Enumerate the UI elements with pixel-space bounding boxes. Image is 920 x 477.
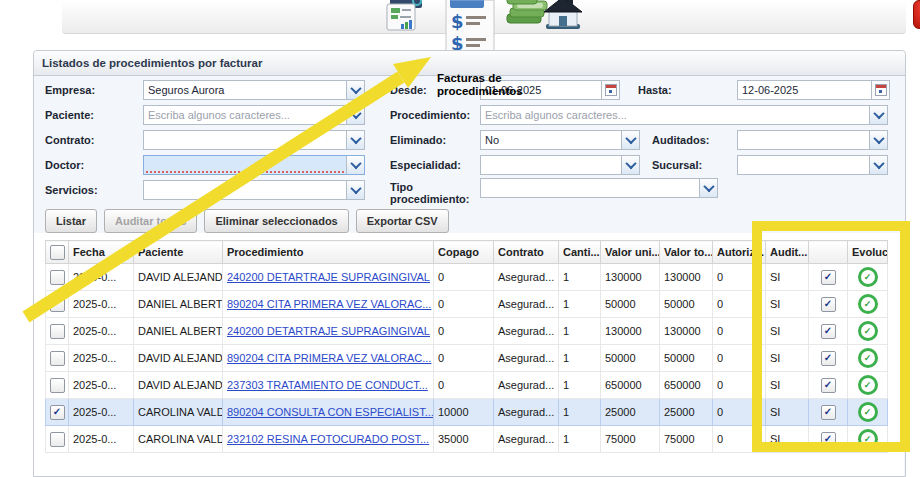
- select-all-header[interactable]: [46, 241, 69, 264]
- col-header-fecha[interactable]: Fecha: [69, 241, 134, 264]
- especialidad-value[interactable]: [481, 159, 621, 171]
- col-header-canti-[interactable]: Canti...: [559, 241, 601, 264]
- paciente-input[interactable]: [144, 109, 346, 121]
- col-header-blank[interactable]: [809, 241, 848, 264]
- procedimiento-link[interactable]: 237303 TRATAMIENTO DE CONDUCT...: [227, 379, 428, 391]
- hasta-calendar-button[interactable]: [871, 81, 889, 99]
- home-icon[interactable]: [540, 0, 586, 32]
- audit-checkbox[interactable]: ✓: [821, 405, 836, 420]
- col-header-autoriz-[interactable]: Autoriz...: [713, 241, 766, 264]
- audit-checkbox[interactable]: ✓: [821, 270, 836, 285]
- evolucion-cell: ✓: [848, 426, 888, 453]
- table-row[interactable]: 2025-0...DANIEL ALBERT...890204 CITA PRI…: [46, 291, 888, 318]
- empresa-value[interactable]: [144, 84, 346, 96]
- row-select-checkbox[interactable]: [50, 432, 65, 447]
- audit-checkbox[interactable]: ✓: [821, 351, 836, 366]
- row-select-checkbox[interactable]: [50, 351, 65, 366]
- listar-button[interactable]: Listar: [45, 209, 97, 233]
- paciente-dropdown-button[interactable]: [346, 106, 364, 124]
- servicios-combobox[interactable]: [143, 180, 365, 200]
- row-select-checkbox[interactable]: [50, 324, 65, 339]
- col-header-procedimiento[interactable]: Procedimiento: [223, 241, 434, 264]
- evolucion-icon[interactable]: ✓: [858, 402, 878, 422]
- col-header-valor-to-[interactable]: Valor to...: [660, 241, 713, 264]
- contrato-dropdown-button[interactable]: [346, 131, 364, 149]
- sucursal-value[interactable]: [738, 159, 869, 171]
- sucursal-dropdown-button[interactable]: [869, 156, 887, 174]
- eliminado-dropdown-button[interactable]: [621, 131, 639, 149]
- tipo-procedimiento-value[interactable]: [481, 182, 699, 194]
- sucursal-combobox[interactable]: [737, 155, 888, 175]
- select-all-checkbox[interactable]: [50, 245, 65, 260]
- servicios-value[interactable]: [144, 184, 346, 196]
- procedimiento-link[interactable]: 890204 CONSULTA CON ESPECIALIST...: [227, 406, 434, 418]
- chevron-down-icon: [873, 158, 884, 169]
- eliminado-combobox[interactable]: [480, 130, 640, 150]
- servicios-dropdown-button[interactable]: [346, 181, 364, 199]
- audit-checkbox[interactable]: ✓: [821, 297, 836, 312]
- eliminar-seleccionados-button[interactable]: Eliminar seleccionados: [204, 209, 348, 233]
- doctor-value[interactable]: [144, 159, 346, 171]
- procedimiento-link[interactable]: 890204 CITA PRIMERA VEZ VALORAC...: [227, 352, 431, 364]
- cell-fecha: 2025-0...: [69, 291, 134, 318]
- power-button[interactable]: [913, 0, 920, 29]
- calendar-icon: [875, 84, 887, 96]
- table-row[interactable]: 2025-0...DAVID ALEJAND...237303 TRATAMIE…: [46, 372, 888, 399]
- col-header-audit-[interactable]: Audit...: [766, 241, 809, 264]
- col-header-valor-uni-[interactable]: Valor uni...: [601, 241, 660, 264]
- paciente-combobox[interactable]: [143, 105, 365, 125]
- procedimiento-link[interactable]: 232102 RESINA FOTOCURADO POST...: [227, 433, 429, 445]
- doctor-combobox[interactable]: [143, 155, 365, 175]
- evolucion-icon[interactable]: ✓: [858, 294, 878, 314]
- chevron-down-icon: [703, 181, 714, 192]
- evolucion-icon[interactable]: ✓: [858, 375, 878, 395]
- cell-auditado: SI: [766, 372, 809, 399]
- table-row[interactable]: 2025-0...DAVID ALEJAND...240200 DETARTRA…: [46, 264, 888, 291]
- tipo-procedimiento-combobox[interactable]: [480, 178, 718, 198]
- table-row[interactable]: 2025-0...DANIEL ALBERT...240200 DETARTRA…: [46, 318, 888, 345]
- procedimiento-link[interactable]: 240200 DETARTRAJE SUPRAGINGIVAL: [227, 271, 430, 283]
- evolucion-icon[interactable]: ✓: [858, 429, 878, 449]
- contrato-combobox[interactable]: [143, 130, 365, 150]
- eliminado-value[interactable]: [481, 134, 621, 146]
- col-header-contrato[interactable]: Contrato: [494, 241, 559, 264]
- empresa-dropdown-button[interactable]: [346, 81, 364, 99]
- row-select-checkbox[interactable]: [50, 378, 65, 393]
- procedimiento-input[interactable]: [481, 109, 869, 121]
- table-row[interactable]: ✓2025-0...CAROLINA VALD...890204 CONSULT…: [46, 399, 888, 426]
- table-row[interactable]: 2025-0...CAROLINA VALD...232102 RESINA F…: [46, 426, 888, 453]
- hasta-datefield[interactable]: [737, 80, 890, 100]
- tipo-procedimiento-dropdown-button[interactable]: [699, 179, 717, 197]
- row-select-checkbox[interactable]: [50, 297, 65, 312]
- procedimiento-link[interactable]: 240200 DETARTRAJE SUPRAGINGIVAL: [227, 325, 430, 337]
- evolucion-icon[interactable]: ✓: [858, 348, 878, 368]
- cell-auditado: SI: [766, 426, 809, 453]
- evolucion-icon[interactable]: ✓: [858, 267, 878, 287]
- row-select-checkbox[interactable]: [50, 270, 65, 285]
- hasta-value[interactable]: [738, 84, 871, 96]
- procedimiento-combobox[interactable]: [480, 105, 888, 125]
- especialidad-combobox[interactable]: [480, 155, 640, 175]
- procedimiento-dropdown-button[interactable]: [869, 106, 887, 124]
- auditados-combobox[interactable]: [737, 130, 888, 150]
- empresa-combobox[interactable]: [143, 80, 365, 100]
- auditados-dropdown-button[interactable]: [869, 131, 887, 149]
- desde-calendar-button[interactable]: [601, 81, 619, 99]
- exportar-csv-button[interactable]: Exportar CSV: [356, 209, 449, 233]
- col-header-evoluci-n[interactable]: Evolución: [848, 241, 888, 264]
- audit-checkbox[interactable]: ✓: [821, 378, 836, 393]
- col-header-paciente[interactable]: Paciente: [134, 241, 223, 264]
- especialidad-dropdown-button[interactable]: [621, 156, 639, 174]
- audit-checkbox[interactable]: ✓: [821, 324, 836, 339]
- evolucion-icon[interactable]: ✓: [858, 321, 878, 341]
- cell-cantidad: 1: [559, 372, 601, 399]
- auditados-value[interactable]: [738, 134, 869, 146]
- col-header-copago[interactable]: Copago: [434, 241, 494, 264]
- row-select-checkbox[interactable]: ✓: [50, 405, 65, 420]
- rips-report-icon[interactable]: [384, 0, 430, 32]
- table-row[interactable]: 2025-0...DAVID ALEJAND...890204 CITA PRI…: [46, 345, 888, 372]
- audit-checkbox[interactable]: ✓: [821, 432, 836, 447]
- procedimiento-link[interactable]: 890204 CITA PRIMERA VEZ VALORAC...: [227, 298, 431, 310]
- contrato-value[interactable]: [144, 134, 346, 146]
- doctor-dropdown-button[interactable]: [346, 156, 364, 174]
